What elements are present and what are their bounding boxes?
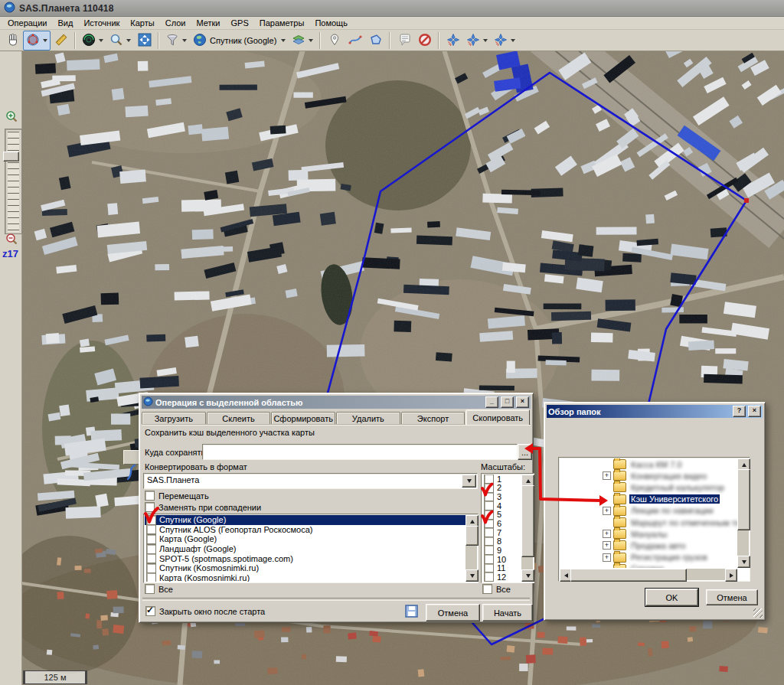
browse-button[interactable]: ... — [518, 444, 532, 460]
title-bar[interactable]: SAS.Планета 110418 — [0, 0, 784, 17]
replace-checkbox[interactable] — [145, 502, 155, 512]
minimize-button[interactable]: _ — [485, 396, 498, 408]
ok-button[interactable]: OK — [645, 589, 698, 606]
tab-Склеить[interactable]: Склеить — [207, 412, 271, 425]
scale-row-9[interactable]: 9 — [482, 546, 521, 555]
scale-row-8[interactable]: 8 — [482, 537, 521, 546]
add-path-button[interactable] — [345, 31, 365, 51]
scrollbar-thumb[interactable] — [737, 469, 750, 530]
hide-marks-button[interactable] — [414, 31, 435, 51]
start-button[interactable]: Начать — [482, 604, 533, 621]
zoom-slider-track[interactable] — [5, 129, 22, 234]
map-list-row[interactable]: Карта (Kosmosnimki.ru) — [145, 573, 466, 582]
search-button[interactable] — [106, 31, 134, 51]
tab-Экспорт[interactable]: Экспорт — [401, 412, 466, 425]
folder-row[interactable]: Кредитный калькулятор — [560, 481, 737, 493]
scrollbar-thumb[interactable] — [466, 526, 479, 546]
maximize-button[interactable]: □ — [501, 396, 514, 408]
tree-vscrollbar[interactable] — [737, 458, 749, 568]
scales-scrollbar[interactable] — [521, 475, 533, 582]
scrollbar-thumb[interactable] — [570, 569, 687, 582]
menu-Источник[interactable]: Источник — [79, 18, 124, 28]
zoom-out-button[interactable] — [4, 232, 18, 246]
resize-grip[interactable] — [753, 608, 763, 618]
folder-row[interactable]: +Лекции по навигации — [560, 505, 737, 517]
scale-row-12[interactable]: 12 — [482, 572, 521, 582]
menu-Операции[interactable]: Операции — [3, 18, 51, 28]
folder-row[interactable]: +Регистрация грузов — [560, 552, 737, 563]
folder-row[interactable]: +Конвертация видео — [560, 470, 737, 481]
zoom-slider-thumb[interactable] — [3, 152, 19, 161]
folder-tree-box[interactable]: Касса КМ 7.0+Конвертация видеоКредитный … — [558, 457, 750, 582]
scroll-right-button[interactable] — [725, 569, 737, 582]
source-mode-button[interactable] — [162, 31, 190, 51]
scale-row-5[interactable]: 5 — [482, 510, 521, 520]
help-button[interactable]: ? — [733, 406, 746, 417]
folder-row[interactable]: +Мануалы — [560, 528, 737, 540]
scales-all-checkbox[interactable] — [482, 584, 492, 594]
map-checkbox[interactable] — [146, 563, 156, 573]
map-checkbox[interactable] — [146, 534, 156, 544]
map-list-row[interactable]: SPOT-5 (spotmaps.spotimage.com) — [145, 553, 466, 563]
folder-row[interactable]: Кэш Университетского — [560, 494, 737, 505]
save-to-input[interactable] — [202, 444, 518, 460]
scales-all-checkbox-row[interactable]: Все — [482, 584, 511, 594]
menu-Параметры[interactable]: Параметры — [255, 18, 309, 28]
add-polygon-button[interactable] — [365, 31, 386, 51]
format-combobox[interactable]: SAS.Планета — [143, 473, 478, 489]
preview-button[interactable] — [79, 31, 106, 51]
scale-row-10[interactable]: 10 — [482, 555, 521, 564]
zoom-in-button[interactable] — [4, 109, 18, 124]
maps-all-checkbox-row[interactable]: Все — [145, 584, 173, 594]
map-list-row[interactable]: Карта (Google) — [145, 534, 466, 544]
close-button[interactable]: × — [516, 396, 529, 408]
expand-icon[interactable]: + — [603, 507, 611, 515]
map-list-row[interactable]: Спутник (Kosmosnimki.ru) — [145, 563, 466, 573]
selection-edit-panel[interactable] — [123, 450, 140, 465]
tab-Сформировать[interactable]: Сформировать — [271, 412, 335, 425]
ruler-tool-button[interactable] — [51, 31, 71, 51]
scale-row-6[interactable]: 6 — [482, 519, 521, 528]
selection-tool-button[interactable] — [23, 31, 51, 51]
add-placemark-button[interactable] — [324, 31, 345, 51]
map-checkbox[interactable] — [146, 515, 156, 525]
map-list-row[interactable]: Ландшафт (Google) — [145, 544, 466, 554]
scale-checkbox[interactable] — [484, 572, 494, 582]
map-checkbox[interactable] — [146, 553, 156, 563]
layers-button[interactable] — [289, 31, 316, 51]
scale-row-2[interactable]: 2 — [482, 484, 521, 493]
close-after-start-row[interactable]: Закрыть окно после старта — [145, 606, 265, 616]
scroll-down-button[interactable] — [737, 556, 750, 568]
move-checkbox-row[interactable]: Перемещать — [145, 491, 209, 501]
scale-row-1[interactable]: 1 — [482, 475, 521, 484]
placemark-manager-button[interactable] — [394, 31, 414, 51]
map-checkbox[interactable] — [146, 544, 156, 554]
menu-Карты[interactable]: Карты — [126, 18, 158, 28]
scales-listbox[interactable]: 123456789101112 — [481, 473, 534, 583]
gps-connect-button[interactable] — [443, 31, 463, 51]
gps-track-button[interactable] — [463, 31, 491, 51]
expand-icon[interactable]: + — [603, 541, 611, 550]
gps-options-button[interactable] — [491, 31, 518, 51]
expand-icon[interactable]: + — [603, 471, 611, 480]
replace-checkbox-row[interactable]: Заменять при совпадении — [145, 502, 261, 512]
move-checkbox[interactable] — [145, 491, 155, 501]
map-source-select[interactable]: Спутник (Google) — [190, 31, 289, 51]
menu-GPS[interactable]: GPS — [227, 18, 253, 28]
maps-scrollbar[interactable] — [466, 515, 477, 582]
tree-hscrollbar[interactable] — [560, 569, 737, 580]
tab-Скопировать[interactable]: Скопировать — [466, 409, 530, 425]
expand-icon[interactable]: + — [603, 530, 611, 538]
folder-row[interactable]: Касса КМ 7.0 — [560, 458, 737, 470]
save-settings-icon[interactable] — [405, 605, 418, 619]
fullscreen-button[interactable] — [134, 31, 155, 51]
scroll-down-button[interactable] — [521, 569, 534, 582]
scale-row-11[interactable]: 11 — [482, 563, 521, 572]
menu-Вид[interactable]: Вид — [53, 18, 77, 28]
tab-Удалить[interactable]: Удалить — [336, 412, 400, 425]
map-list-row[interactable]: Спутник ALOS (Геопортал Роскосмоса) — [145, 525, 466, 535]
scale-row-4[interactable]: 4 — [482, 501, 521, 510]
folder-row[interactable]: +Продажа авто — [560, 540, 737, 551]
cancel-button[interactable]: Отмена — [426, 604, 480, 621]
polygon-vertex-marker[interactable] — [744, 198, 749, 203]
